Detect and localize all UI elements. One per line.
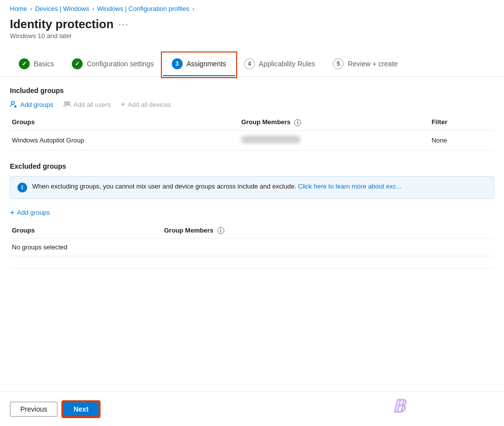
step-basics[interactable]: ✓ Basics	[10, 53, 63, 76]
group-members-blurred	[241, 136, 301, 143]
step-review-label: Review + create	[348, 60, 398, 68]
svg-point-4	[67, 102, 69, 104]
passkey-logo-icon: 𝔹	[392, 396, 405, 417]
step-assignments-label: Assignments	[187, 60, 226, 68]
next-button[interactable]: Next	[62, 401, 99, 417]
wizard-steps: ✓ Basics ✓ Configuration settings 3 Assi…	[0, 47, 504, 77]
table-row: Windows Autopilot Group None	[10, 130, 494, 150]
excluded-group-members-info-icon[interactable]: i	[217, 227, 224, 234]
step-review-circle: 5	[333, 58, 344, 69]
info-banner-icon: i	[17, 183, 27, 192]
step-assignments[interactable]: 3 Assignments	[163, 53, 235, 76]
included-row-filter: None	[432, 130, 494, 150]
excluded-add-groups-label: Add groups	[17, 209, 50, 216]
step-review-create[interactable]: 5 Review + create	[324, 53, 406, 76]
more-options-icon[interactable]: ···	[118, 19, 129, 30]
step-assignments-circle: 3	[172, 58, 183, 69]
step-applicability-label: Applicability Rules	[259, 60, 315, 68]
add-all-devices-plus-icon: +	[121, 100, 125, 108]
info-banner-text: When excluding groups, you cannot mix us…	[32, 183, 487, 190]
step-basics-circle: ✓	[19, 58, 30, 69]
page-header: Identity protection ··· Windows 10 and l…	[0, 14, 504, 47]
excluded-groups-heading: Excluded groups	[10, 162, 494, 170]
included-add-groups-link[interactable]: Add groups	[10, 100, 53, 108]
included-groups-action-bar: Add groups Add all users + Add all devic…	[10, 100, 494, 108]
excluded-groups-info-banner: i When excluding groups, you cannot mix …	[10, 176, 494, 199]
step-configuration-settings[interactable]: ✓ Configuration settings	[63, 53, 162, 76]
excluded-add-groups-link[interactable]: + Add groups	[10, 209, 50, 217]
included-col-groups: Groups	[10, 114, 241, 130]
included-add-groups-label: Add groups	[20, 101, 53, 108]
breadcrumb-sep-3: ›	[192, 5, 194, 12]
breadcrumb-sep-1: ›	[30, 5, 32, 12]
included-add-all-devices-link: + Add all devices	[121, 100, 171, 108]
step-applicability-circle: 4	[244, 58, 255, 69]
included-col-filter: Filter	[432, 114, 494, 130]
included-add-all-users-label: Add all users	[74, 101, 111, 108]
breadcrumb-home[interactable]: Home	[10, 5, 27, 12]
breadcrumb-sep-2: ›	[92, 5, 94, 12]
included-groups-heading: Included groups	[10, 87, 494, 95]
add-groups-icon	[10, 100, 18, 108]
page-subtitle: Windows 10 and later	[10, 32, 494, 40]
breadcrumb-devices[interactable]: Devices | Windows	[35, 5, 90, 12]
excluded-groups-table: Groups Group Members i No groups selecte…	[10, 223, 494, 257]
excluded-no-groups-message: No groups selected	[10, 238, 494, 256]
excluded-col-groups: Groups	[10, 223, 164, 238]
included-groups-table: Groups Group Members i Filter Windows Au…	[10, 114, 494, 150]
page-title: Identity protection	[10, 17, 113, 31]
footer: Previous Next 𝔹	[0, 391, 504, 426]
excluded-groups-action-bar: + Add groups	[10, 209, 494, 217]
step-config-label: Configuration settings	[87, 60, 153, 68]
svg-point-0	[11, 101, 14, 104]
breadcrumb-profiles[interactable]: Windows | Configuration profiles	[97, 5, 189, 12]
included-row-group-name: Windows Autopilot Group	[10, 130, 241, 150]
included-add-all-devices-label: Add all devices	[128, 101, 171, 108]
breadcrumb: Home › Devices | Windows › Windows | Con…	[0, 0, 504, 14]
included-row-group-members	[241, 130, 432, 150]
step-applicability-rules[interactable]: 4 Applicability Rules	[235, 53, 324, 76]
add-all-users-icon	[63, 100, 71, 108]
previous-button[interactable]: Previous	[10, 402, 57, 417]
excluded-col-group-members: Group Members i	[164, 223, 494, 238]
step-config-circle: ✓	[72, 58, 83, 69]
info-banner-link[interactable]: Click here to learn more about exc...	[298, 183, 402, 190]
step-basics-label: Basics	[34, 60, 54, 68]
bottom-divider	[10, 268, 494, 269]
excluded-add-groups-plus-icon: +	[10, 209, 14, 217]
group-members-info-icon[interactable]: i	[294, 119, 301, 126]
included-col-group-members: Group Members i	[241, 114, 432, 130]
table-row: No groups selected	[10, 238, 494, 256]
main-content: Included groups Add groups Add all users…	[0, 77, 504, 394]
included-add-all-users-link: Add all users	[63, 100, 111, 108]
